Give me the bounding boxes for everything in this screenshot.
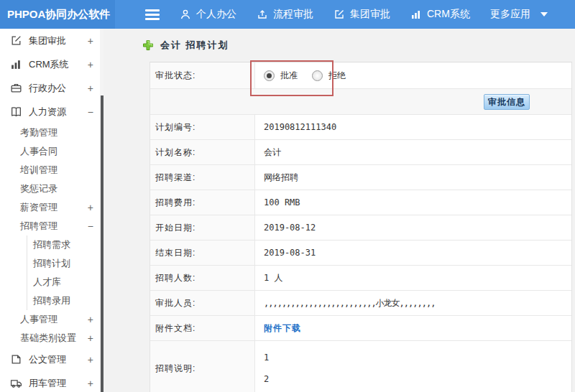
field-label: 招聘人数: [150,266,255,290]
sidebar-item-reward-punishment[interactable]: 奖惩记录 [0,179,104,198]
form-row-recruit-channel: 招聘渠道: 网络招聘 [150,165,571,190]
form-row-description: 招聘说明: 1 2 [150,341,571,392]
sidebar: 集团审批 + CRM系统 + 行政办公 + 人力资源 − 考勤管理 人事合同 培… [0,29,104,392]
field-label: 计划名称: [150,140,255,164]
recruit-plan-form: 审批状态: 批准 拒绝 审批信息 计划编号: 20190812111340 计 [150,62,572,392]
sidebar-item-admin-office[interactable]: 行政办公 + [0,76,104,100]
sidebar-scrollbar-thumb[interactable] [101,95,104,392]
form-row-actions: 审批信息 [150,89,571,115]
collapse-icon[interactable]: − [88,221,93,231]
chart-icon [10,58,22,70]
top-navigation-bar: PHPOA协同办公软件 个人办公 流程审批 集团审批 CRM系统 更多应用 [0,0,575,29]
field-value: 会计 [255,140,571,164]
expand-icon[interactable]: + [88,378,93,388]
sidebar-item-personnel[interactable]: 人事管理+ [0,310,104,329]
description-line: 1 [264,347,269,368]
sidebar-item-attendance[interactable]: 考勤管理 [0,123,104,142]
sidebar-item-human-resources[interactable]: 人力资源 − [0,100,104,123]
sidebar-item-recruit-hire[interactable]: 招聘录用 [27,291,104,310]
expand-icon[interactable]: + [88,333,93,343]
radio-approve[interactable]: 批准 [264,70,298,82]
form-row-recruit-cost: 招聘费用: 100 RMB [150,190,571,215]
approval-info-button[interactable]: 审批信息 [484,94,530,110]
edit-icon [10,34,22,47]
truck-icon [10,377,22,389]
radio-button-icon[interactable] [264,70,275,81]
app-logo: PHPOA协同办公软件 [0,0,115,29]
sidebar-item-group-approval[interactable]: 集团审批 + [0,29,104,52]
sidebar-item-hr-contract[interactable]: 人事合同 [0,142,104,161]
process-icon [257,9,268,20]
field-value: 1 人 [255,266,571,290]
field-label: 招聘说明: [150,341,255,392]
expand-icon[interactable]: + [88,202,93,213]
edit-icon [334,9,345,20]
chart-icon [410,9,422,20]
sidebar-item-training[interactable]: 培训管理 [0,161,104,179]
field-label: 审批状态: [150,62,255,88]
briefcase-icon [10,82,22,94]
sidebar-item-salary[interactable]: 薪资管理+ [0,198,104,217]
form-row-start-date: 开始日期: 2019-08-12 [150,215,571,241]
form-row-plan-number: 计划编号: 20190812111340 [150,115,571,140]
main-content: 会计 招聘计划 审批状态: 批准 拒绝 审批信息 计划编号: 2 [104,29,575,392]
page-title-text: 会计 招聘计划 [160,39,229,52]
field-value: 2019-08-12 [255,215,571,240]
field-label: 审批人员: [150,291,255,315]
form-row-plan-name: 计划名称: 会计 [150,140,571,165]
sidebar-item-crm-system[interactable]: CRM系统 + [0,52,104,76]
attachment-download-link[interactable]: 附件下载 [264,322,301,335]
add-icon[interactable] [142,39,154,51]
menu-toggle-icon[interactable] [145,9,160,20]
page-title: 会计 招聘计划 [142,39,229,52]
expand-icon[interactable]: + [88,60,93,70]
sidebar-item-recruit-management[interactable]: 招聘管理− [0,217,104,235]
caret-down-icon [540,12,548,17]
sidebar-item-vehicle-management[interactable]: 用车管理 + [0,371,104,392]
book-icon [10,106,22,118]
nav-item-process-approval[interactable]: 流程审批 [257,8,313,21]
sidebar-item-base-category[interactable]: 基础类别设置+ [0,329,104,347]
field-value: ,,,,,,,,,,,,,,,,,,,,,,,,,小龙女,,,,,,,, [255,291,571,315]
expand-icon[interactable]: + [88,83,93,93]
recruit-submenu: 招聘需求 招聘计划 人才库 招聘录用 [27,235,104,310]
doc-icon [10,353,22,365]
nav-item-more-apps[interactable]: 更多应用 [490,8,548,21]
field-label: 招聘费用: [150,190,255,215]
form-row-approval-status: 审批状态: 批准 拒绝 [150,62,571,89]
field-value: 网络招聘 [255,165,571,190]
approval-options: 批准 拒绝 [255,62,571,88]
field-value: 附件下载 [255,316,571,340]
radio-reject[interactable]: 拒绝 [312,70,346,82]
expand-icon[interactable]: + [88,314,93,325]
description-line: 2 [264,368,269,390]
form-row-approvers: 审批人员: ,,,,,,,,,,,,,,,,,,,,,,,,,小龙女,,,,,,… [150,291,571,316]
expand-icon[interactable]: + [88,36,93,46]
field-label: 开始日期: [150,215,255,240]
sidebar-item-recruit-demand[interactable]: 招聘需求 [27,235,104,254]
radio-button-icon[interactable] [312,70,323,81]
collapse-icon[interactable]: − [88,107,93,117]
expand-icon[interactable]: + [88,355,93,365]
field-value: 1 2 [255,341,571,392]
field-value: 100 RMB [255,190,571,215]
field-label: 结束日期: [150,241,255,265]
field-label: 招聘渠道: [150,165,255,190]
nav-item-personal-office[interactable]: 个人办公 [180,8,236,21]
user-icon [180,9,191,20]
sidebar-item-recruit-plan[interactable]: 招聘计划 [27,254,104,273]
field-value: 2019-08-31 [255,241,571,265]
sidebar-item-document-management[interactable]: 公文管理 + [0,347,104,371]
form-row-end-date: 结束日期: 2019-08-31 [150,241,571,266]
field-label: 计划编号: [150,115,255,139]
field-label: 附件文档: [150,316,255,340]
nav-item-group-approval[interactable]: 集团审批 [334,8,390,21]
form-row-headcount: 招聘人数: 1 人 [150,266,571,291]
sidebar-item-talent-pool[interactable]: 人才库 [27,273,104,291]
nav-item-crm-system[interactable]: CRM系统 [410,8,470,21]
form-row-attachment: 附件文档: 附件下载 [150,316,571,341]
field-value: 20190812111340 [255,115,571,139]
